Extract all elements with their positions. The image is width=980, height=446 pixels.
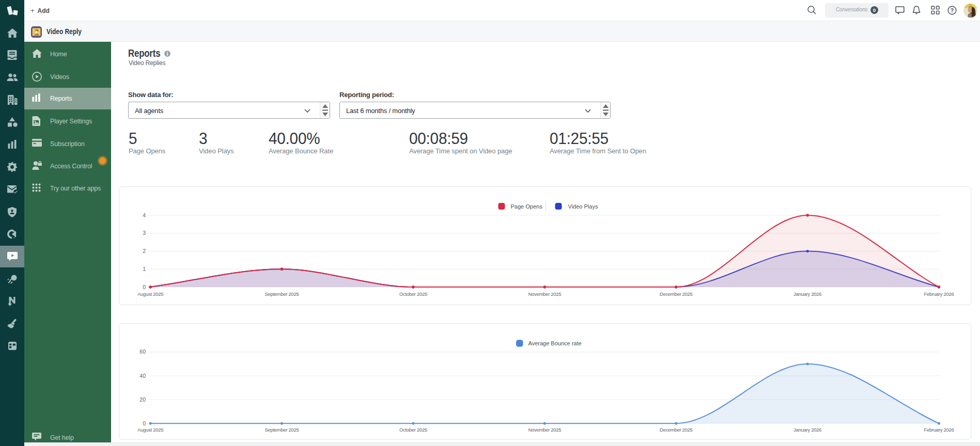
svg-text:2: 2 (143, 248, 146, 254)
svg-text:Video Plays: Video Plays (568, 203, 598, 210)
svg-text:October 2025: October 2025 (399, 427, 427, 433)
svg-text:?: ? (951, 7, 954, 13)
svg-text:November 2025: November 2025 (528, 427, 561, 433)
svg-text:3: 3 (143, 230, 146, 236)
svg-text:January 2026: January 2026 (794, 427, 821, 433)
svg-text:0: 0 (143, 420, 146, 426)
svg-text:60: 60 (139, 348, 146, 355)
svg-text:December 2025: December 2025 (660, 291, 693, 297)
svg-text:December 2025: December 2025 (660, 427, 693, 433)
svg-text:January 2026: January 2026 (794, 291, 821, 297)
svg-text:September 2025: September 2025 (265, 427, 299, 433)
svg-text:0: 0 (143, 284, 146, 290)
svg-text:September 2025: September 2025 (265, 291, 299, 297)
svg-text:Average Bounce rate: Average Bounce rate (528, 340, 582, 346)
svg-text:August 2025: August 2025 (137, 291, 163, 297)
svg-text:October 2025: October 2025 (399, 291, 427, 297)
svg-text:February 2026: February 2026 (924, 427, 954, 433)
svg-text:1: 1 (143, 266, 146, 272)
svg-text:40: 40 (139, 373, 146, 379)
svg-text:November 2025: November 2025 (528, 291, 561, 297)
svg-text:Page Opens: Page Opens (511, 203, 543, 210)
svg-text:4: 4 (143, 212, 146, 218)
svg-text:February 2026: February 2026 (924, 291, 954, 297)
svg-text:August 2025: August 2025 (137, 427, 163, 433)
svg-text:20: 20 (139, 396, 146, 403)
